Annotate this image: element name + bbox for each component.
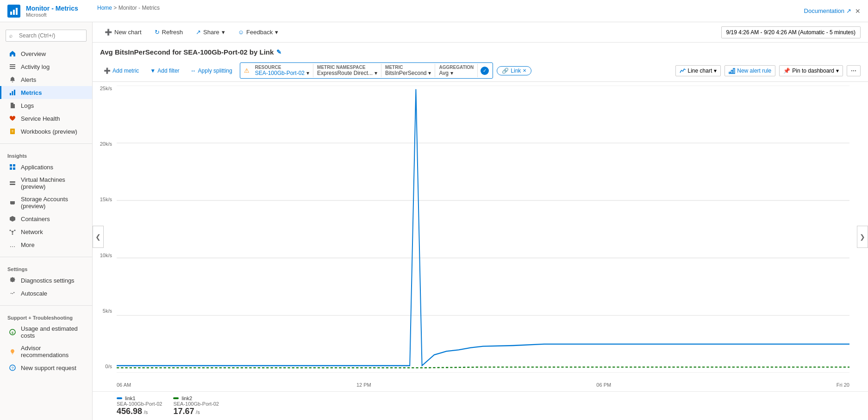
y-label-0: 0/s: [93, 364, 115, 369]
chart-nav-right[interactable]: ❯: [857, 226, 868, 248]
external-link-icon: ↗: [846, 7, 851, 14]
legend-name-link2: SEA-100Gb-Port-02: [173, 401, 219, 407]
search-input[interactable]: [6, 30, 87, 42]
legend-label1-line1: link1: [125, 395, 136, 401]
metric-field: METRIC BitsInPerSecond ▾: [381, 64, 435, 77]
lightbulb-icon: [9, 348, 16, 355]
refresh-button[interactable]: ↻ Refresh: [150, 26, 188, 38]
svg-point-22: [10, 230, 11, 231]
sidebar-item-support-request[interactable]: ? New support request: [0, 361, 92, 374]
documentation-link[interactable]: Documentation ↗: [804, 7, 851, 14]
edit-icon[interactable]: ✎: [276, 49, 281, 56]
aggregation-value: Avg: [439, 70, 448, 76]
confirm-button[interactable]: ✓: [481, 67, 489, 75]
legend-unit-link1: /s: [144, 409, 148, 415]
x-label-fri20: Fri 20: [837, 382, 849, 388]
chart-plot-area: [117, 86, 849, 373]
line-chart-label: Line chart: [688, 68, 712, 74]
chart-title-text: Avg BitsInPerSecond for SEA-100Gb-Port-0…: [100, 48, 274, 56]
sidebar-item-containers[interactable]: Containers: [0, 212, 92, 225]
sidebar-label-more: More: [21, 241, 35, 248]
resource-value-container[interactable]: SEA-100Gb-Port-02 ▾: [255, 70, 309, 76]
autoscale-icon: [9, 290, 16, 297]
line-chart-button[interactable]: Line chart ▾: [675, 65, 721, 76]
breadcrumb-current: Monitor - Metrics: [119, 5, 160, 11]
add-metric-button[interactable]: ➕ Add metric: [100, 66, 143, 76]
sidebar-label-usage-costs: Usage and estimated costs: [21, 325, 85, 339]
sidebar-settings-section: Settings Diagnostics settings Autoscale: [0, 263, 92, 300]
time-range-button[interactable]: 9/19 4:26 AM - 9/20 4:26 AM (Automatic -…: [721, 26, 861, 38]
split-icon: ↔: [191, 68, 196, 74]
aggregation-field: AGGREGATION Avg ▾: [435, 64, 478, 77]
new-alert-rule-button[interactable]: New alert rule: [724, 65, 775, 76]
link-tag[interactable]: 🔗 Link ✕: [497, 66, 531, 75]
sidebar-item-activity-log[interactable]: Activity log: [0, 60, 92, 73]
sidebar-label-alerts: Alerts: [21, 76, 36, 83]
sidebar-item-metrics[interactable]: Metrics: [0, 86, 92, 99]
sidebar: ⌕ Overview Activity log Alerts: [0, 22, 93, 420]
feedback-button[interactable]: ☺ Feedback ▾: [233, 26, 283, 38]
metric-value: BitsInPerSecond: [385, 70, 426, 76]
network-icon: [9, 228, 16, 235]
sidebar-label-advisor: Advisor recommendations: [21, 345, 85, 358]
sidebar-support-section: Support + Troubleshooting $ Usage and es…: [0, 311, 92, 374]
svg-rect-2: [16, 8, 18, 15]
metric-value-container[interactable]: BitsInPerSecond ▾: [385, 70, 431, 76]
sidebar-item-service-health[interactable]: Service Health: [0, 112, 92, 125]
sidebar-label-activity-log: Activity log: [21, 63, 50, 70]
sidebar-item-network[interactable]: Network: [0, 225, 92, 238]
x-label-6pm: 06 PM: [596, 382, 611, 388]
chart-type-dropdown-icon: ▾: [714, 68, 717, 74]
pin-dropdown-icon: ▾: [836, 68, 839, 74]
sidebar-item-alerts[interactable]: Alerts: [0, 73, 92, 86]
sidebar-item-overview[interactable]: Overview: [0, 47, 92, 60]
namespace-value-container[interactable]: ExpressRoute Direct... ▾: [317, 70, 377, 76]
sidebar-item-advisor[interactable]: Advisor recommendations: [0, 342, 92, 361]
svg-rect-34: [733, 68, 735, 74]
share-button[interactable]: ↗ Share ▾: [191, 26, 230, 38]
more-options-button[interactable]: ⋯: [847, 65, 861, 76]
storage-icon: [9, 199, 16, 206]
line1-series: [117, 89, 849, 366]
sidebar-label-storage: Storage Accounts (preview): [21, 196, 85, 210]
sidebar-item-vms[interactable]: Virtual Machines (preview): [0, 173, 92, 193]
legend-top-link1: link1: [117, 395, 162, 401]
refresh-icon: ↻: [155, 29, 160, 36]
add-filter-button[interactable]: ▼ Add filter: [146, 66, 183, 76]
main-layout: ⌕ Overview Activity log Alerts: [0, 22, 868, 420]
svg-line-25: [11, 231, 12, 232]
apply-splitting-button[interactable]: ↔ Apply splitting: [187, 66, 236, 76]
sidebar-item-autoscale[interactable]: Autoscale: [0, 287, 92, 300]
sidebar-item-logs[interactable]: Logs: [0, 99, 92, 112]
sidebar-item-applications[interactable]: Applications: [0, 161, 92, 173]
close-button[interactable]: ✕: [855, 7, 861, 15]
sidebar-item-workbooks[interactable]: Workbooks (preview): [0, 125, 92, 138]
chart-title: Avg BitsInPerSecond for SEA-100Gb-Port-0…: [100, 48, 861, 56]
x-label-6am: 06 AM: [117, 382, 131, 388]
app-title: Monitor - Metrics: [26, 5, 78, 12]
sidebar-label-containers: Containers: [21, 216, 50, 222]
aggregation-dropdown-icon: ▾: [450, 70, 453, 76]
warning-icon: ⚠: [244, 67, 250, 74]
legend-name-link1: SEA-100Gb-Port-02: [117, 401, 162, 407]
svg-rect-6: [10, 93, 11, 95]
svg-rect-1: [13, 10, 15, 15]
resource-field: RESOURCE SEA-100Gb-Port-02 ▾: [251, 64, 313, 77]
pin-to-dashboard-button[interactable]: 📌 Pin to dashboard ▾: [779, 65, 843, 76]
sidebar-item-usage-costs[interactable]: $ Usage and estimated costs: [0, 322, 92, 342]
sidebar-item-diagnostics[interactable]: Diagnostics settings: [0, 274, 92, 287]
sidebar-item-storage[interactable]: Storage Accounts (preview): [0, 193, 92, 212]
server-icon: [9, 179, 16, 187]
svg-text:?: ?: [11, 366, 13, 371]
aggregation-value-container[interactable]: Avg ▾: [439, 70, 474, 76]
share-label: Share: [203, 29, 219, 36]
breadcrumb-home[interactable]: Home: [97, 5, 112, 11]
sidebar-item-more[interactable]: … More: [0, 238, 92, 251]
pin-label: Pin to dashboard: [792, 68, 834, 74]
link-tag-close[interactable]: ✕: [523, 68, 526, 73]
new-chart-button[interactable]: ➕ New chart: [100, 26, 146, 38]
sidebar-label-applications: Applications: [21, 164, 53, 171]
metric-label: METRIC: [385, 65, 431, 70]
file-icon: [9, 102, 16, 109]
svg-rect-19: [10, 184, 15, 185]
